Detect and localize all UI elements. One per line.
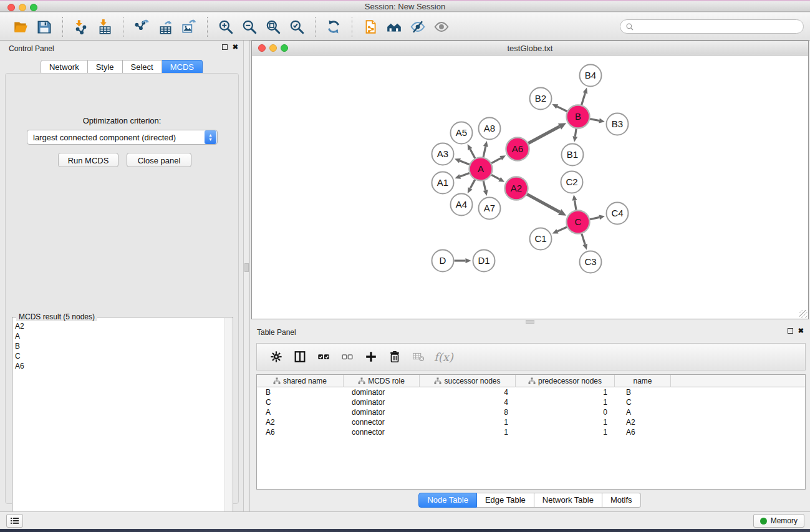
zoom-fit-button[interactable] — [263, 16, 284, 37]
cell[interactable]: 1 — [516, 427, 615, 437]
cell[interactable]: 4 — [420, 387, 516, 397]
edge-C-C4[interactable] — [590, 217, 599, 219]
cell[interactable]: 1 — [516, 417, 615, 427]
memory-button[interactable]: Memory — [753, 514, 804, 528]
vertical-splitter[interactable] — [243, 41, 249, 511]
edge-A2-C[interactable] — [527, 194, 559, 212]
edge-A-A4[interactable] — [470, 180, 475, 188]
result-item[interactable]: C — [15, 351, 224, 361]
export-table-button[interactable] — [155, 16, 176, 37]
result-item[interactable]: A2 — [15, 321, 224, 331]
run-mcds-button[interactable]: Run MCDS — [58, 153, 118, 167]
horizontal-splitter[interactable] — [249, 319, 810, 324]
cell[interactable]: A6 — [615, 427, 671, 437]
table-row[interactable]: A2connector11A2 — [257, 417, 805, 427]
column-header-predecessor-nodes[interactable]: predecessor nodes — [516, 375, 615, 387]
cell[interactable]: 4 — [420, 397, 516, 407]
deselect-all-button[interactable] — [337, 346, 358, 367]
table-row[interactable]: A6connector11A6 — [257, 427, 805, 437]
cell[interactable]: A6 — [257, 427, 344, 437]
tab-motifs[interactable]: Motifs — [602, 493, 641, 508]
edge-A-A5[interactable] — [470, 149, 475, 158]
column-header-shared-name[interactable]: shared name — [257, 375, 344, 387]
edge-B-B1[interactable] — [575, 128, 576, 137]
result-scrollbar[interactable] — [224, 318, 232, 531]
cell[interactable]: A — [615, 407, 671, 417]
float-panel-icon[interactable] — [222, 44, 228, 50]
cell[interactable]: dominator — [344, 397, 420, 407]
edge-C-C2[interactable] — [575, 200, 576, 210]
cell[interactable]: connector — [344, 417, 420, 427]
result-item[interactable]: B — [15, 341, 224, 351]
save-session-button[interactable] — [34, 16, 55, 37]
splitter-grip[interactable] — [526, 320, 534, 324]
network-canvas[interactable]: B4B2BB3A5A8A6A3AB1A1A2C2A4A7C4CC1C3DD1 — [252, 56, 808, 319]
select-all-button[interactable] — [313, 346, 334, 367]
task-history-button[interactable] — [6, 514, 23, 528]
column-header-successor-nodes[interactable]: successor nodes — [420, 375, 516, 387]
edge-A-A1[interactable] — [460, 173, 470, 177]
cell[interactable]: 1 — [420, 417, 516, 427]
new-network-from-selection-button[interactable] — [360, 16, 381, 37]
criterion-dropdown[interactable]: largest connected component (directed) ▲… — [27, 130, 218, 145]
table-settings-button[interactable] — [266, 346, 287, 367]
edge-A-A3[interactable] — [460, 161, 469, 165]
table-row[interactable]: Adominator80A — [257, 407, 805, 417]
edge-A-A2[interactable] — [491, 175, 499, 179]
cell[interactable]: C — [257, 397, 344, 407]
export-image-button[interactable] — [178, 16, 200, 37]
zoom-in-button[interactable] — [215, 16, 236, 37]
edge-C-C3[interactable] — [582, 234, 585, 244]
close-panel-button[interactable]: Close panel — [127, 153, 191, 167]
edge-C-C1[interactable] — [557, 227, 567, 231]
cell[interactable]: 1 — [420, 427, 516, 437]
float-panel-icon[interactable] — [788, 328, 793, 334]
tab-edge-table[interactable]: Edge Table — [477, 493, 534, 508]
table-row[interactable]: Bdominator41B — [257, 387, 805, 397]
cell[interactable]: A — [257, 407, 344, 417]
cell[interactable]: 1 — [516, 387, 615, 397]
edge-A-A7[interactable] — [483, 181, 485, 190]
edge-A-A8[interactable] — [483, 147, 486, 157]
cell[interactable]: dominator — [344, 387, 420, 397]
cell[interactable]: dominator — [344, 407, 420, 417]
cell[interactable]: B — [257, 387, 344, 397]
zoom-out-button[interactable] — [239, 16, 260, 37]
first-neighbors-button[interactable] — [383, 16, 405, 37]
cell[interactable]: connector — [344, 427, 420, 437]
edge-B-B4[interactable] — [582, 93, 586, 105]
close-panel-icon[interactable]: ✖ — [798, 328, 804, 334]
search-input[interactable] — [637, 22, 798, 32]
splitter-grip[interactable] — [244, 263, 249, 272]
tab-node-table[interactable]: Node Table — [418, 493, 477, 508]
cell[interactable]: 8 — [420, 407, 516, 417]
import-table-button[interactable] — [94, 16, 115, 37]
cell[interactable]: A2 — [615, 417, 671, 427]
network-graph[interactable]: B4B2BB3A5A8A6A3AB1A1A2C2A4A7C4CC1C3DD1 — [252, 56, 808, 319]
toggle-columns-button[interactable] — [289, 346, 311, 367]
cell[interactable]: 1 — [516, 397, 615, 407]
column-header-name[interactable]: name — [615, 375, 671, 387]
result-item[interactable]: A — [15, 331, 224, 341]
search-box[interactable] — [620, 19, 804, 34]
zoom-selected-button[interactable] — [286, 16, 307, 37]
hide-selected-button[interactable] — [407, 16, 428, 37]
table-row[interactable]: Cdominator41C — [257, 397, 805, 407]
cell[interactable]: C — [615, 397, 671, 407]
mcds-result-list[interactable]: A2ABCA6 — [13, 321, 224, 531]
cell[interactable]: B — [615, 387, 671, 397]
close-panel-icon[interactable]: ✖ — [233, 44, 238, 50]
resize-grip[interactable] — [799, 310, 808, 318]
edge-A-A6[interactable] — [491, 158, 501, 163]
delete-column-button[interactable] — [384, 346, 405, 367]
edge-B-B2[interactable] — [557, 107, 567, 112]
export-network-button[interactable] — [131, 16, 152, 37]
cell[interactable]: A2 — [257, 417, 344, 427]
tab-network-table[interactable]: Network Table — [534, 493, 602, 508]
edge-B-B3[interactable] — [590, 119, 599, 121]
column-header-MCDS-role[interactable]: MCDS role — [344, 375, 420, 387]
refresh-button[interactable] — [323, 16, 344, 37]
add-column-button[interactable] — [360, 346, 382, 367]
show-all-button[interactable] — [431, 16, 452, 37]
cell[interactable]: 0 — [516, 407, 615, 417]
